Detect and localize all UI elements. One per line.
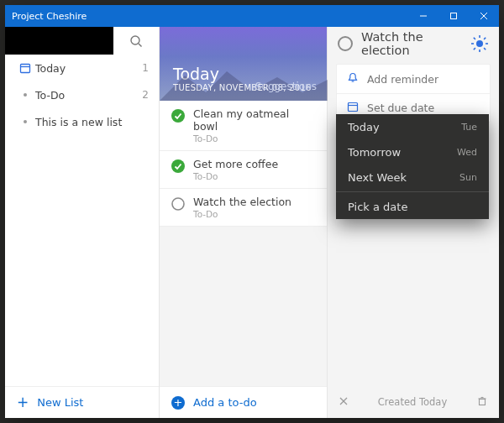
bullet-icon xyxy=(15,120,35,123)
task-row[interactable]: Get more coffee To-Do xyxy=(160,151,327,189)
task-list: To-Do xyxy=(193,133,315,144)
close-button[interactable] xyxy=(469,5,499,27)
task-name: Watch the election xyxy=(193,196,291,208)
task-list: To-Do xyxy=(193,209,291,219)
svg-point-9 xyxy=(171,109,185,123)
created-label: Created Today xyxy=(348,396,477,408)
sidebar-item-custom-list[interactable]: This is a new list xyxy=(5,108,159,135)
svg-line-18 xyxy=(484,48,486,50)
due-option-day: Tue xyxy=(461,122,477,133)
plus-circle-icon: + xyxy=(171,396,185,410)
checkmark-done-icon[interactable] xyxy=(171,159,185,173)
checkmark-done-icon[interactable] xyxy=(171,109,185,123)
new-list-label: New List xyxy=(37,396,83,409)
add-todo-label: Add a to-do xyxy=(193,396,257,409)
svg-line-19 xyxy=(484,38,486,39)
window-title: Project Cheshire xyxy=(12,11,87,22)
task-list: To-Do xyxy=(193,171,278,181)
hero: Today TUESDAY, NOVEMBER 08, 2016 Suggest… xyxy=(160,27,327,101)
set-due-date-label: Set due date xyxy=(367,102,434,114)
due-option-day: Wed xyxy=(457,147,477,158)
add-todo-button[interactable]: + Add a to-do xyxy=(160,386,327,418)
due-option-label: Next Week xyxy=(348,171,459,184)
svg-rect-26 xyxy=(480,399,486,405)
sidebar-item-label: To-Do xyxy=(35,89,142,102)
search-button[interactable] xyxy=(113,27,159,55)
calendar-today-icon xyxy=(15,62,35,74)
task-row[interactable]: Clean my oatmeal bowl To-Do xyxy=(160,101,327,151)
sidebar-item-count: 1 xyxy=(142,62,149,74)
my-day-icon[interactable] xyxy=(470,34,489,53)
search-icon xyxy=(129,34,143,48)
due-option-label: Pick a date xyxy=(348,201,477,213)
task-complete-toggle[interactable] xyxy=(338,36,353,51)
plus-icon: + xyxy=(17,395,29,410)
svg-line-20 xyxy=(474,48,475,50)
svg-point-11 xyxy=(172,198,184,210)
sidebar-item-label: This is a new list xyxy=(35,116,149,128)
sidebar-item-count: 2 xyxy=(142,89,149,101)
task-name: Get more coffee xyxy=(193,158,278,170)
svg-point-4 xyxy=(131,36,139,44)
svg-point-10 xyxy=(171,159,185,173)
sidebar-item-todo[interactable]: To-Do 2 xyxy=(5,81,159,108)
hide-detail-button[interactable] xyxy=(339,396,348,408)
checkmark-empty-icon[interactable] xyxy=(171,197,185,211)
add-reminder-label: Add reminder xyxy=(367,73,438,86)
due-date-popup: Today Tue Tomorrow Wed Next Week Sun Pic… xyxy=(336,114,489,219)
sidebar: Today 1 To-Do 2 This is a new list + New… xyxy=(5,27,160,418)
sidebar-item-label: Today xyxy=(35,62,142,75)
svg-rect-1 xyxy=(451,13,457,19)
due-option-next-week[interactable]: Next Week Sun xyxy=(336,164,489,190)
new-list-button[interactable]: + New List xyxy=(5,386,159,418)
maximize-button[interactable] xyxy=(438,5,469,27)
popup-divider xyxy=(336,191,489,192)
due-option-label: Today xyxy=(348,121,461,133)
account-block xyxy=(5,27,113,55)
sidebar-item-today[interactable]: Today 1 xyxy=(5,55,159,81)
due-option-pick-date[interactable]: Pick a date xyxy=(336,194,489,219)
svg-rect-22 xyxy=(349,103,358,112)
svg-point-12 xyxy=(476,40,483,47)
svg-line-5 xyxy=(139,44,142,47)
calendar-icon xyxy=(347,101,359,115)
due-option-today[interactable]: Today Tue xyxy=(336,114,489,139)
task-name: Clean my oatmeal bowl xyxy=(193,107,315,133)
due-option-label: Tomorrow xyxy=(348,146,457,159)
detail-panel: Watch the election Add reminder Set due … xyxy=(328,27,499,418)
svg-rect-6 xyxy=(21,65,30,73)
titlebar: Project Cheshire xyxy=(5,5,499,27)
svg-line-17 xyxy=(474,38,475,39)
detail-title[interactable]: Watch the election xyxy=(361,30,462,57)
due-option-tomorrow[interactable]: Tomorrow Wed xyxy=(336,139,489,164)
main-panel: Today TUESDAY, NOVEMBER 08, 2016 Suggest… xyxy=(160,27,328,418)
bell-icon xyxy=(347,72,359,86)
bullet-icon xyxy=(15,93,35,97)
add-reminder-button[interactable]: Add reminder xyxy=(337,65,490,93)
minimize-button[interactable] xyxy=(408,5,438,27)
task-row[interactable]: Watch the election To-Do xyxy=(160,189,327,227)
delete-task-button[interactable] xyxy=(477,396,487,409)
due-option-day: Sun xyxy=(459,172,477,183)
suggestions-button[interactable]: Suggestions xyxy=(255,81,317,92)
